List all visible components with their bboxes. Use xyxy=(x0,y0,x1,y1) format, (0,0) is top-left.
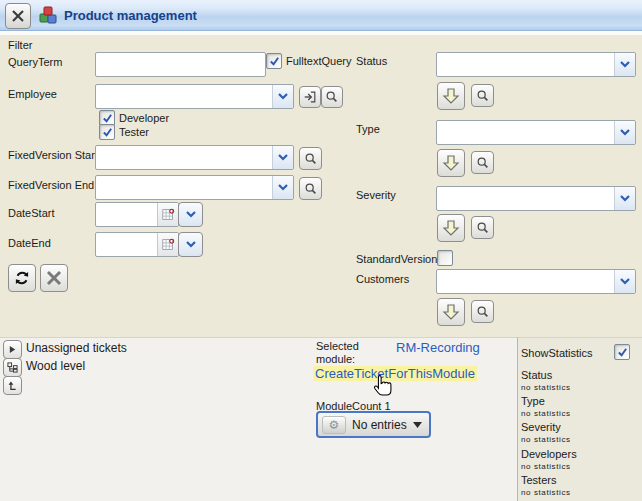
chevron-down-icon[interactable] xyxy=(614,270,635,293)
type-search-button[interactable] xyxy=(471,151,494,174)
check-icon xyxy=(617,347,628,358)
magnifier-icon xyxy=(304,182,318,196)
hand-cursor-icon xyxy=(371,374,393,399)
stat-type-label: Type xyxy=(521,395,545,407)
play-icon xyxy=(8,345,17,354)
chevron-down-icon[interactable] xyxy=(614,121,635,144)
close-icon xyxy=(11,9,25,23)
unassigned-tickets-item[interactable]: Unassigned tickets xyxy=(26,341,127,355)
close-button[interactable] xyxy=(5,3,31,29)
create-ticket-link[interactable]: CreateTicketForThisModule xyxy=(313,366,477,381)
check-icon xyxy=(102,127,113,138)
stat-severity-label: Severity xyxy=(521,421,561,433)
stat-developers-label: Developers xyxy=(521,448,577,460)
product-cubes-icon xyxy=(38,5,58,25)
titlebar-separator xyxy=(0,31,642,35)
wood-level-item[interactable]: Wood level xyxy=(26,359,85,373)
show-statistics-label: ShowStatistics xyxy=(521,347,593,359)
stat-testers-label: Testers xyxy=(521,474,556,486)
status-label: Status xyxy=(356,55,387,67)
fixed-version-start-label: FixedVersion Start xyxy=(8,149,98,161)
chevron-down-icon[interactable] xyxy=(614,53,635,76)
employee-search-button[interactable] xyxy=(321,86,343,108)
customers-combobox-value xyxy=(437,270,614,293)
expand-tickets-button[interactable] xyxy=(3,340,22,359)
date-start-dropdown-button[interactable] xyxy=(178,202,203,227)
stat-type-value: no statistics xyxy=(521,409,571,418)
fixed-version-end-value xyxy=(96,176,272,199)
chevron-down-icon xyxy=(413,422,422,428)
developer-label: Developer xyxy=(119,112,169,124)
fixed-version-start-search-button[interactable] xyxy=(299,147,322,170)
refresh-button[interactable] xyxy=(8,264,36,292)
date-end-input[interactable] xyxy=(95,232,179,257)
magnifier-icon xyxy=(476,305,490,319)
refresh-icon xyxy=(13,269,31,287)
gear-icon: ⚙ xyxy=(322,416,346,434)
fixed-version-end-search-button[interactable] xyxy=(299,177,322,200)
employee-combobox[interactable] xyxy=(95,84,294,109)
check-icon xyxy=(102,113,113,124)
status-combobox-value xyxy=(437,53,614,76)
no-entries-label: No entries xyxy=(352,418,407,432)
chevron-down-icon xyxy=(186,241,196,248)
fulltext-query-checkbox[interactable] xyxy=(266,53,282,69)
fixed-version-start-value xyxy=(96,146,272,169)
fixed-version-end-label: FixedVersion End xyxy=(8,179,94,191)
tester-label: Tester xyxy=(119,126,149,138)
calendar-icon[interactable] xyxy=(157,233,178,256)
date-start-value xyxy=(96,203,157,226)
magnifier-icon xyxy=(325,90,339,104)
stat-status-value: no statistics xyxy=(521,383,571,392)
title-bar: Product management xyxy=(0,0,642,31)
calendar-icon[interactable] xyxy=(157,203,178,226)
tree-view-button[interactable] xyxy=(3,358,22,377)
fixed-version-start-combobox[interactable] xyxy=(95,145,294,170)
type-combobox[interactable] xyxy=(436,120,636,145)
date-end-value xyxy=(96,233,157,256)
fixed-version-end-combobox[interactable] xyxy=(95,175,294,200)
severity-move-down-button[interactable] xyxy=(437,214,465,242)
level-up-button[interactable] xyxy=(3,376,22,395)
no-entries-dropdown-button[interactable]: ⚙ No entries xyxy=(316,411,431,438)
up-level-icon xyxy=(7,380,18,391)
magnifier-icon xyxy=(476,89,490,103)
severity-label: Severity xyxy=(356,189,396,201)
status-search-button[interactable] xyxy=(471,84,494,107)
clear-filter-button[interactable] xyxy=(40,264,68,292)
chevron-down-icon[interactable] xyxy=(272,176,293,199)
customers-label: Customers xyxy=(356,273,409,285)
severity-combobox-value xyxy=(437,187,614,210)
severity-combobox[interactable] xyxy=(436,186,636,211)
show-statistics-checkbox[interactable] xyxy=(614,344,630,360)
stat-severity-value: no statistics xyxy=(521,435,571,444)
magnifier-icon xyxy=(476,156,490,170)
employee-combobox-value xyxy=(96,85,272,108)
standard-version-label: StandardVersion xyxy=(356,253,437,265)
date-start-input[interactable] xyxy=(95,202,179,227)
date-end-dropdown-button[interactable] xyxy=(178,232,203,257)
customers-move-down-button[interactable] xyxy=(437,298,465,326)
type-label: Type xyxy=(356,123,380,135)
page-title: Product management xyxy=(64,8,197,23)
customers-combobox[interactable] xyxy=(436,269,636,294)
chevron-down-icon[interactable] xyxy=(272,146,293,169)
module-link[interactable]: RM-Recording xyxy=(396,340,480,355)
selected-module-label: Selected module: xyxy=(316,340,380,366)
severity-search-button[interactable] xyxy=(471,216,494,239)
tree-icon xyxy=(7,362,18,373)
customers-search-button[interactable] xyxy=(471,300,494,323)
tester-checkbox[interactable] xyxy=(99,124,115,140)
clear-x-icon xyxy=(45,269,63,287)
check-icon xyxy=(269,56,280,67)
filter-section-label: Filter xyxy=(8,39,32,51)
chevron-down-icon[interactable] xyxy=(614,187,635,210)
query-term-input[interactable] xyxy=(95,52,266,77)
chevron-down-icon[interactable] xyxy=(272,85,293,108)
status-move-down-button[interactable] xyxy=(437,82,465,110)
type-move-down-button[interactable] xyxy=(437,149,465,177)
status-combobox[interactable] xyxy=(436,52,636,77)
standard-version-checkbox[interactable] xyxy=(437,250,453,266)
employee-assign-button[interactable] xyxy=(299,86,321,108)
down-arrow-icon xyxy=(442,87,460,105)
